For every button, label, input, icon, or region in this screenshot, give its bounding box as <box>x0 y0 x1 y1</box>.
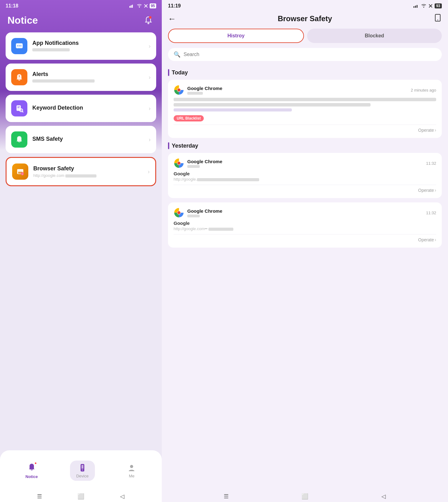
back-btn-left[interactable]: ◁ <box>118 492 127 501</box>
svg-point-50 <box>177 162 180 165</box>
nav-label-device: Device <box>76 474 89 478</box>
chrome-icon-y0 <box>174 158 184 168</box>
hamburger-btn-right[interactable]: ☰ <box>222 492 231 501</box>
wifi-icon <box>137 4 142 8</box>
section-today: Today <box>168 69 442 76</box>
operate-button-y0[interactable]: Operate <box>418 188 434 193</box>
nav-item-device[interactable]: Device <box>70 461 95 481</box>
svg-point-30 <box>130 465 133 468</box>
sms-safety-title: SMS Safety <box>32 136 144 142</box>
svg-rect-19 <box>17 107 19 108</box>
nav-item-notice[interactable]: Notice <box>19 460 44 481</box>
card-app-details-y0: Google Chrome <box>187 159 222 168</box>
card-top-y0: Google Chrome 11:32 <box>174 158 436 168</box>
history-card-yesterday-0: Google Chrome 11:32 Google http://google… <box>168 153 442 198</box>
tab-history[interactable]: Histroy <box>168 29 304 43</box>
x-icon-right <box>428 4 433 8</box>
status-bar-left: 11:18 95 <box>0 0 162 11</box>
back-button[interactable]: ← <box>168 14 176 24</box>
tablet-icon[interactable] <box>434 14 442 24</box>
search-doc-icon <box>15 104 24 113</box>
time-left: 11:18 <box>6 3 18 9</box>
svg-point-7 <box>149 16 152 19</box>
svg-point-44 <box>177 88 180 92</box>
card-top-y1: Google Chrome 11:32 <box>174 207 436 218</box>
svg-point-10 <box>17 45 18 46</box>
card-app-details-y1: Google Chrome <box>187 208 222 217</box>
app-notifications-title: App Notifications <box>32 40 144 46</box>
tab-blocked[interactable]: Blocked <box>307 29 442 43</box>
svg-point-12 <box>21 45 21 46</box>
sms-safety-text: SMS Safety <box>32 136 144 144</box>
keyword-detection-title: Keyword Detection <box>32 105 144 111</box>
chevron-right-icon: › <box>149 43 151 50</box>
svg-rect-22 <box>17 169 23 171</box>
bottom-nav-left: Notice Device Me <box>0 450 162 491</box>
app-notifications-text: App Notifications <box>32 40 144 52</box>
svg-rect-31 <box>413 6 414 8</box>
notice-nav-icon <box>27 462 36 473</box>
svg-rect-32 <box>415 6 416 8</box>
app-subtitle-blur-y1 <box>187 215 200 217</box>
svg-line-17 <box>22 111 23 112</box>
card-app-details: Google Chrome <box>187 86 222 95</box>
hamburger-btn[interactable]: ☰ <box>35 492 44 501</box>
alerts-icon <box>11 69 27 85</box>
app-notifications-subtitle <box>32 48 144 52</box>
battery-right: 93 <box>435 3 442 8</box>
menu-item-alerts[interactable]: Alerts › <box>6 64 156 91</box>
svg-point-38 <box>437 20 438 20</box>
alerts-text: Alerts <box>32 71 144 83</box>
chrome-icon <box>174 85 184 95</box>
operate-button[interactable]: Operate <box>418 128 434 133</box>
nav-item-me[interactable]: Me <box>121 461 142 481</box>
left-panel: 11:18 95 Notice <box>0 0 162 502</box>
browser-safety-title: Browser Safety <box>33 165 143 172</box>
operate-chevron-icon-y0: › <box>435 187 436 193</box>
svg-rect-33 <box>417 5 418 8</box>
svg-rect-24 <box>18 173 21 173</box>
google-title-y0: Google <box>174 171 436 176</box>
operate-button-y1[interactable]: Operate <box>418 237 434 242</box>
bottom-spacer <box>168 252 442 258</box>
bell-icon[interactable] <box>142 14 154 26</box>
url-y0: http://google. <box>174 177 436 182</box>
section-bar-today <box>168 69 169 76</box>
home-btn-right[interactable]: ⬜ <box>301 492 309 501</box>
svg-rect-13 <box>19 75 20 76</box>
card-top: Google Chrome 2 minutes ago <box>174 85 436 95</box>
tab-row: Histroy Blocked <box>162 29 448 48</box>
app-name: Google Chrome <box>187 86 222 91</box>
blurred-url <box>174 108 292 111</box>
operate-row: Operate › <box>174 125 436 133</box>
search-bar: 🔍 <box>168 48 442 61</box>
page-title-left: Notice <box>7 15 38 26</box>
search-input[interactable] <box>184 52 436 57</box>
home-btn[interactable]: ⬜ <box>77 492 85 501</box>
svg-rect-0 <box>129 6 130 8</box>
chevron-right-icon: › <box>149 105 151 112</box>
google-title-y1: Google <box>174 220 436 226</box>
menu-item-app-notifications[interactable]: App Notifications › <box>6 32 156 60</box>
chevron-right-icon: › <box>148 168 150 175</box>
history-card-yesterday-1: Google Chrome 11:32 Google http://google… <box>168 202 442 248</box>
right-header: ← Browser Safety <box>162 11 448 29</box>
menu-item-browser-safety[interactable]: ! Browser Safety http://google.com › <box>6 157 156 186</box>
svg-text:!: ! <box>22 173 23 175</box>
blurred-content-line-2 <box>174 103 371 107</box>
operate-chevron-icon-y1: › <box>435 237 436 243</box>
alert-bell-icon <box>15 73 24 82</box>
alerts-title: Alerts <box>32 71 144 78</box>
status-icons-left: 95 <box>129 3 156 8</box>
section-title-yesterday: Yesterday <box>172 143 198 149</box>
app-name-y1: Google Chrome <box>187 208 222 214</box>
back-btn-right[interactable]: ◁ <box>379 492 388 501</box>
nav-label-me: Me <box>129 474 134 478</box>
notification-bell-icon <box>144 16 153 25</box>
app-subtitle-blur <box>187 92 203 95</box>
menu-item-keyword-detection[interactable]: Keyword Detection › <box>6 95 156 122</box>
alerts-subtitle <box>32 79 144 83</box>
operate-chevron-icon: › <box>435 127 436 133</box>
chevron-right-icon: › <box>149 74 151 81</box>
menu-item-sms-safety[interactable]: SMS Safety › <box>6 126 156 153</box>
